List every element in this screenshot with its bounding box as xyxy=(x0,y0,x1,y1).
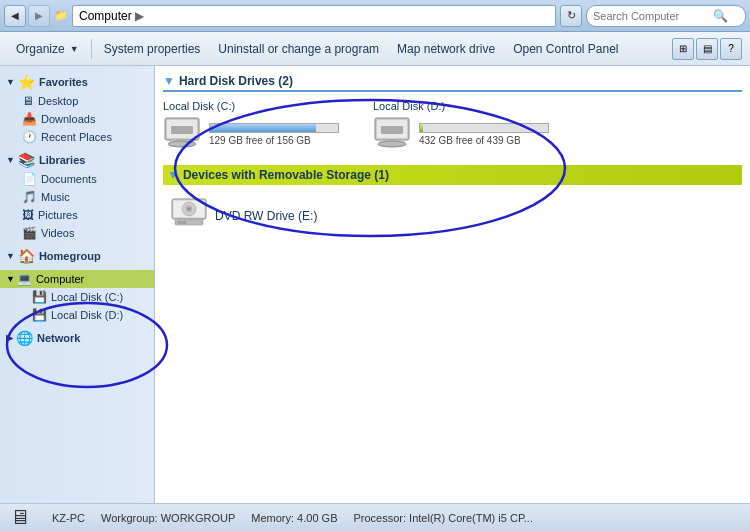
sidebar-homegroup-header[interactable]: ▼ 🏠 Homegroup xyxy=(0,246,154,266)
drive-d-progress-fill xyxy=(420,124,423,132)
drives-grid: Local Disk (C:) xyxy=(163,100,742,153)
breadcrumb-separator: ▶ xyxy=(135,9,144,23)
local-disk-d-icon: 💾 xyxy=(32,308,47,322)
drive-d-info: 432 GB free of 439 GB xyxy=(419,123,549,146)
map-network-button[interactable]: Map network drive xyxy=(389,39,503,59)
hard-disk-section-header: ▼ Hard Disk Drives (2) xyxy=(163,74,742,92)
videos-icon: 🎬 xyxy=(22,226,37,240)
help-button[interactable]: ? xyxy=(720,38,742,60)
recent-places-icon: 🕐 xyxy=(22,130,37,144)
drive-c-label: Local Disk (C:) xyxy=(163,100,235,112)
computer-expand-arrow: ▼ xyxy=(6,274,15,284)
drive-c-item[interactable]: Local Disk (C:) xyxy=(163,100,353,153)
network-icon: 🌐 xyxy=(16,330,33,346)
libraries-icon: 📚 xyxy=(18,152,35,168)
search-icon: 🔍 xyxy=(713,9,728,23)
network-arrow: ▶ xyxy=(6,333,13,343)
dvd-label: DVD RW Drive (E:) xyxy=(215,209,317,223)
desktop-icon: 🖥 xyxy=(22,94,34,108)
homegroup-arrow: ▼ xyxy=(6,251,15,261)
dvd-icon: DVD xyxy=(171,197,207,234)
content-area: ▼ Hard Disk Drives (2) Local Disk (C:) xyxy=(155,66,750,503)
favorites-arrow: ▼ xyxy=(6,77,15,87)
drive-d-icon xyxy=(373,116,411,153)
breadcrumb-computer: Computer xyxy=(79,9,132,23)
removable-arrow: ▼ xyxy=(167,168,179,182)
toolbar-right: ⊞ ▤ ? xyxy=(672,38,742,60)
svg-rect-2 xyxy=(171,126,193,134)
sidebar-section-libraries: ▼ 📚 Libraries 📄 Documents 🎵 Music 🖼 Pict… xyxy=(0,150,154,242)
drive-c-progress-container xyxy=(209,123,339,133)
breadcrumb[interactable]: Computer ▶ xyxy=(72,5,556,27)
nav-buttons: ◀ ▶ xyxy=(4,5,50,27)
drive-c-progress-fill xyxy=(210,124,316,132)
drive-c-size: 129 GB free of 156 GB xyxy=(209,135,339,146)
sidebar-section-network: ▶ 🌐 Network xyxy=(0,328,154,348)
sidebar-item-desktop[interactable]: 🖥 Desktop xyxy=(0,92,154,110)
organize-dropdown-arrow: ▼ xyxy=(70,44,79,54)
toolbar: Organize ▼ System properties Uninstall o… xyxy=(0,32,750,66)
forward-button[interactable]: ▶ xyxy=(28,5,50,27)
sidebar-item-computer[interactable]: ▼ 💻 Computer xyxy=(0,270,154,288)
svg-text:DVD: DVD xyxy=(178,220,187,225)
organize-button[interactable]: Organize ▼ xyxy=(8,39,87,59)
documents-icon: 📄 xyxy=(22,172,37,186)
toolbar-separator-1 xyxy=(91,39,92,59)
pictures-icon: 🖼 xyxy=(22,208,34,222)
sidebar-libraries-header[interactable]: ▼ 📚 Libraries xyxy=(0,150,154,170)
control-panel-button[interactable]: Open Control Panel xyxy=(505,39,626,59)
uninstall-button[interactable]: Uninstall or change a program xyxy=(210,39,387,59)
status-bar: 🖥 KZ-PC Workgroup: WORKGROUP Memory: 4.0… xyxy=(0,503,750,531)
sidebar: ▼ ⭐ Favorites 🖥 Desktop 📥 Downloads 🕐 Re… xyxy=(0,66,155,503)
drive-c-row: 129 GB free of 156 GB xyxy=(163,116,339,153)
libraries-arrow: ▼ xyxy=(6,155,15,165)
status-processor: Processor: Intel(R) Core(TM) i5 CP... xyxy=(353,512,533,524)
hard-disk-arrow: ▼ xyxy=(163,74,175,88)
system-properties-button[interactable]: System properties xyxy=(96,39,209,59)
status-workgroup: Workgroup: WORKGROUP xyxy=(101,512,235,524)
music-icon: 🎵 xyxy=(22,190,37,204)
dvd-item[interactable]: DVD DVD RW Drive (E:) xyxy=(163,193,742,238)
svg-point-16 xyxy=(188,208,190,210)
favorites-star-icon: ⭐ xyxy=(18,74,35,90)
computer-icon: 💻 xyxy=(17,272,32,286)
sidebar-item-local-disk-d[interactable]: 💾 Local Disk (D:) xyxy=(0,306,154,324)
svg-point-3 xyxy=(168,141,196,147)
sidebar-item-downloads[interactable]: 📥 Downloads xyxy=(0,110,154,128)
sidebar-section-computer: ▼ 💻 Computer 💾 Local Disk (C:) 💾 Local D… xyxy=(0,270,154,324)
sidebar-item-local-disk-c[interactable]: 💾 Local Disk (C:) xyxy=(0,288,154,306)
status-memory: Memory: 4.00 GB xyxy=(251,512,337,524)
drive-c-icon xyxy=(163,116,201,153)
sidebar-item-music[interactable]: 🎵 Music xyxy=(0,188,154,206)
sidebar-item-documents[interactable]: 📄 Documents xyxy=(0,170,154,188)
refresh-button[interactable]: ↻ xyxy=(560,5,582,27)
local-disk-c-icon: 💾 xyxy=(32,290,47,304)
downloads-icon: 📥 xyxy=(22,112,37,126)
sidebar-item-pictures[interactable]: 🖼 Pictures xyxy=(0,206,154,224)
sidebar-section-homegroup: ▼ 🏠 Homegroup xyxy=(0,246,154,266)
svg-rect-8 xyxy=(381,126,403,134)
drive-d-label: Local Disk (D:) xyxy=(373,100,445,112)
folder-icon: 📁 xyxy=(54,9,68,22)
title-bar: ◀ ▶ 📁 Computer ▶ ↻ 🔍 xyxy=(0,0,750,32)
sidebar-section-favorites: ▼ ⭐ Favorites 🖥 Desktop 📥 Downloads 🕐 Re… xyxy=(0,72,154,146)
search-box[interactable]: 🔍 xyxy=(586,5,746,27)
search-input[interactable] xyxy=(593,10,713,22)
sidebar-favorites-header[interactable]: ▼ ⭐ Favorites xyxy=(0,72,154,92)
view-toggle-button[interactable]: ▤ xyxy=(696,38,718,60)
view-options-button[interactable]: ⊞ xyxy=(672,38,694,60)
sidebar-network-header[interactable]: ▶ 🌐 Network xyxy=(0,328,154,348)
sidebar-item-recent-places[interactable]: 🕐 Recent Places xyxy=(0,128,154,146)
back-button[interactable]: ◀ xyxy=(4,5,26,27)
drive-d-progress-container xyxy=(419,123,549,133)
drive-c-info: 129 GB free of 156 GB xyxy=(209,123,339,146)
drive-d-row: 432 GB free of 439 GB xyxy=(373,116,549,153)
status-computer-icon: 🖥 xyxy=(10,506,30,529)
drive-d-item[interactable]: Local Disk (D:) xyxy=(373,100,563,153)
drive-d-size: 432 GB free of 439 GB xyxy=(419,135,549,146)
main-layout: ▼ ⭐ Favorites 🖥 Desktop 📥 Downloads 🕐 Re… xyxy=(0,66,750,503)
removable-section-header: ▼ Devices with Removable Storage (1) xyxy=(163,165,742,185)
sidebar-item-videos[interactable]: 🎬 Videos xyxy=(0,224,154,242)
svg-point-9 xyxy=(378,141,406,147)
status-computer-name: KZ-PC xyxy=(52,512,85,524)
